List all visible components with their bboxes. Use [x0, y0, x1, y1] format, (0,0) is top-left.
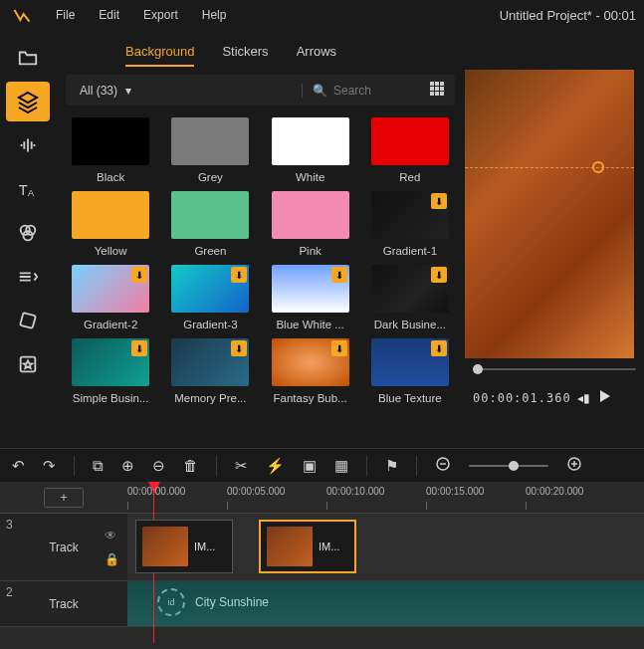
remove-icon[interactable]: ⊖: [152, 457, 165, 475]
track-head: 2Track: [0, 581, 127, 626]
svg-rect-13: [430, 92, 434, 96]
redo-icon[interactable]: ↷: [43, 457, 56, 475]
tab-stickers[interactable]: Stickers: [222, 38, 268, 67]
bg-item[interactable]: ⬇Simple Busin...: [68, 338, 153, 404]
svg-point-4: [23, 231, 32, 240]
search-icon: 🔍: [313, 84, 327, 98]
bg-item[interactable]: Yellow: [68, 191, 153, 257]
download-icon[interactable]: ⬇: [431, 267, 447, 283]
download-icon[interactable]: ⬇: [431, 193, 447, 209]
bg-item[interactable]: ⬇Fantasy Bub...: [268, 338, 353, 404]
add-icon[interactable]: ⊕: [121, 457, 134, 475]
track-row: 3Track👁🔒IM...IM...: [0, 514, 644, 581]
bg-label: Blue Texture: [378, 392, 442, 404]
timeline-toolbar: ↶↷⧉⊕⊖🗑✂⚡▣▦⚑: [0, 448, 644, 482]
track-body[interactable]: IM...IM...: [127, 514, 644, 580]
bg-item[interactable]: Pink: [268, 191, 353, 257]
bg-item[interactable]: ⬇Dark Busine...: [367, 265, 453, 330]
add-track-button[interactable]: ＋: [44, 488, 84, 508]
menu-help[interactable]: Help: [192, 4, 237, 26]
bg-item[interactable]: Black: [68, 117, 153, 183]
video-clip[interactable]: IM...: [259, 520, 356, 573]
bg-label: Memory Pre...: [174, 392, 246, 404]
audio-icon[interactable]: [6, 125, 50, 165]
svg-rect-11: [435, 87, 439, 91]
text-icon[interactable]: TA: [6, 169, 50, 209]
search-input[interactable]: [333, 84, 413, 98]
tab-arrows[interactable]: Arrows: [297, 38, 336, 67]
main-menu: FileEditExportHelp: [46, 4, 236, 26]
undo-icon[interactable]: ↶: [12, 457, 25, 475]
bg-item[interactable]: ⬇Gradient-3: [167, 265, 253, 330]
play-button[interactable]: [596, 388, 612, 407]
ruler-tick: 00:00:15.000: [426, 486, 484, 497]
category-dropdown[interactable]: All (33) ▾: [76, 82, 135, 100]
audio-clip[interactable]: idCity Sunshine: [137, 583, 644, 621]
download-icon[interactable]: ⬇: [331, 267, 347, 283]
tab-background[interactable]: Background: [125, 38, 194, 67]
filters-icon[interactable]: [6, 213, 50, 253]
download-icon[interactable]: ⬇: [331, 340, 347, 356]
crop-icon[interactable]: ▣: [303, 457, 317, 475]
bg-label: Yellow: [95, 245, 127, 257]
download-icon[interactable]: ⬇: [131, 340, 147, 356]
bg-item[interactable]: ⬇Memory Pre...: [167, 338, 253, 404]
track-head: 3Track👁🔒: [0, 514, 127, 580]
ruler-tick: 00:00:20.000: [526, 486, 583, 497]
bg-label: Blue White ...: [276, 319, 343, 330]
bg-item[interactable]: ⬇Gradient-2: [68, 265, 153, 330]
menu-edit[interactable]: Edit: [89, 4, 129, 26]
mosaic-icon[interactable]: ▦: [334, 457, 348, 475]
title-bar: FileEditExportHelp Untitled Project* - 0…: [0, 0, 644, 30]
speed-icon[interactable]: ⚡: [266, 457, 285, 475]
time-ruler[interactable]: 00:00:00.00000:00:05.00000:00:10.00000:0…: [127, 482, 644, 513]
elements-icon[interactable]: [6, 301, 50, 340]
prev-frame-button[interactable]: ◂▮: [577, 391, 590, 405]
video-clip[interactable]: IM...: [135, 520, 233, 573]
bg-item[interactable]: Grey: [167, 117, 253, 183]
folder-icon[interactable]: [6, 38, 50, 78]
scissors-icon[interactable]: ✂: [235, 457, 248, 475]
clip-label: IM...: [319, 541, 339, 552]
marker-icon[interactable]: ⚑: [385, 457, 398, 475]
bg-item[interactable]: Green: [167, 191, 253, 257]
bg-item[interactable]: Red: [367, 117, 453, 183]
download-icon[interactable]: ⬇: [131, 267, 147, 283]
eye-icon[interactable]: 👁: [105, 529, 119, 542]
dropdown-label: All (33): [80, 84, 117, 98]
menu-export[interactable]: Export: [133, 4, 188, 26]
download-icon[interactable]: ⬇: [231, 267, 247, 283]
svg-text:A: A: [28, 188, 35, 198]
svg-point-3: [26, 226, 35, 235]
svg-rect-7: [430, 82, 434, 86]
bg-item[interactable]: ⬇Gradient-1: [367, 191, 453, 257]
bg-label: Gradient-2: [84, 319, 137, 330]
download-icon[interactable]: ⬇: [231, 340, 247, 356]
trash-icon[interactable]: 🗑: [183, 457, 198, 474]
bg-item[interactable]: ⬇Blue Texture: [367, 338, 453, 404]
zoom-slider[interactable]: [469, 465, 548, 467]
rating-icon[interactable]: [6, 344, 50, 384]
assets-panel: BackgroundStickersArrows All (33) ▾ 🔍 Bl…: [56, 30, 465, 448]
menu-file[interactable]: File: [46, 4, 85, 26]
bg-item[interactable]: ⬇Blue White ...: [268, 265, 353, 330]
track-body[interactable]: idCity Sunshine: [127, 581, 644, 626]
app-logo: [8, 1, 36, 29]
preview-handle[interactable]: [592, 161, 604, 173]
zoom-in-icon[interactable]: [566, 456, 582, 475]
bg-item[interactable]: White: [268, 117, 353, 183]
crop-tool-icon[interactable]: ⧉: [93, 457, 104, 475]
download-icon[interactable]: ⬇: [431, 340, 447, 356]
layers-icon[interactable]: [6, 82, 50, 121]
preview-canvas[interactable]: [465, 70, 634, 358]
zoom-out-icon[interactable]: [435, 456, 451, 475]
svg-rect-8: [435, 82, 439, 86]
ruler-tick: 00:00:05.000: [227, 486, 285, 497]
lock-icon[interactable]: 🔒: [105, 552, 119, 566]
transitions-icon[interactable]: [6, 257, 50, 297]
bg-label: Fantasy Bub...: [274, 392, 347, 404]
grid-view-icon[interactable]: [429, 81, 445, 100]
bg-label: Gradient-1: [383, 245, 437, 257]
preview-progress[interactable]: [473, 368, 636, 370]
bg-label: Red: [399, 171, 420, 183]
